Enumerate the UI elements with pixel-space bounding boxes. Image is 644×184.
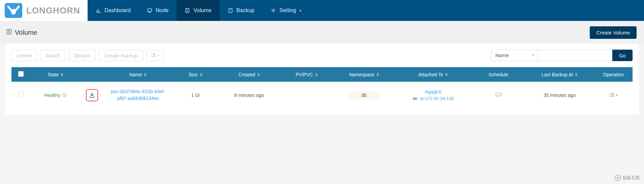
sort-icon	[575, 73, 578, 76]
page-title: Volume	[6, 29, 37, 36]
svg-point-9	[610, 93, 610, 94]
namespace-tag: db	[348, 91, 380, 99]
toolbar-right: Name Go	[491, 50, 633, 61]
last-backup-cell: 35 minutes ago	[525, 82, 594, 108]
col-schedule: Schedule	[471, 67, 525, 82]
sort-icon	[376, 73, 379, 76]
filter-field-select[interactable]: Name	[491, 50, 538, 61]
nav-backup[interactable]: Backup	[220, 0, 263, 21]
toolbar-left: Delete Attach Detach Create Backup ▾	[11, 50, 164, 61]
col-namespace[interactable]: Namespace	[334, 67, 395, 82]
warning-icon[interactable]: ⓘ	[62, 92, 67, 98]
attached-host[interactable]: on ip-172-31-24-118	[398, 96, 469, 101]
nav-node-label: Node	[156, 7, 168, 14]
created-cell: 8 minutes ago	[218, 82, 280, 108]
bar-chart-icon	[96, 8, 101, 13]
table-row: Healthy ⓘ pvc-0b37084c-815b-43ef-afd7-aa…	[11, 82, 633, 108]
logo-block[interactable]: LONGHORN	[0, 0, 88, 21]
nav-setting-label: Setting	[279, 7, 296, 14]
gear-icon	[271, 8, 276, 13]
row-checkbox[interactable]	[18, 92, 24, 97]
svg-point-10	[610, 95, 610, 95]
col-size[interactable]: Size	[173, 67, 219, 82]
brand-name: LONGHORN	[26, 5, 80, 16]
table-header: State Name Size Created PV/PVC Namespace…	[11, 67, 633, 82]
svg-point-5	[151, 53, 152, 54]
delete-button[interactable]: Delete	[11, 50, 37, 61]
sort-icon	[200, 73, 203, 76]
nav-setting[interactable]: Setting ▾	[263, 0, 309, 21]
monitor-icon	[147, 8, 152, 13]
create-volume-button[interactable]: Create Volume	[590, 26, 637, 39]
col-state[interactable]: State	[31, 67, 81, 82]
chevron-down-icon: ▾	[300, 9, 301, 12]
backup-icon	[228, 8, 233, 13]
filter-value-input[interactable]	[538, 50, 612, 61]
pvpvc-cell	[280, 82, 333, 108]
list-lines-icon	[609, 93, 615, 98]
download-icon[interactable]	[86, 89, 98, 101]
col-name[interactable]: Name	[103, 67, 173, 82]
detach-button[interactable]: Detach	[69, 50, 96, 61]
state-text: Healthy	[44, 93, 60, 98]
svg-point-6	[151, 55, 152, 55]
nav-volume-label: Volume	[193, 7, 211, 14]
filter-field-value: Name	[495, 52, 509, 58]
bulk-actions-dropdown[interactable]: ▾	[147, 50, 164, 61]
col-last-backup[interactable]: Last Backup At	[525, 67, 594, 82]
nav-dashboard-label: Dashboard	[104, 7, 131, 14]
svg-point-3	[273, 10, 274, 11]
content-card: Delete Attach Detach Create Backup ▾ Nam…	[5, 44, 639, 114]
nav-backup-label: Backup	[237, 7, 254, 14]
list-lines-icon	[151, 52, 156, 58]
list-icon	[6, 29, 12, 36]
svg-rect-2	[229, 8, 232, 12]
volume-table: State Name Size Created PV/PVC Namespace…	[11, 67, 633, 108]
svg-rect-0	[148, 9, 152, 11]
col-attached-to[interactable]: Attached To	[395, 67, 472, 82]
longhorn-logo-icon	[5, 3, 22, 18]
page-title-text: Volume	[15, 29, 37, 36]
page-header: Volume Create Volume	[0, 21, 644, 44]
svg-point-8	[496, 93, 501, 96]
col-created[interactable]: Created	[218, 67, 280, 82]
state-badge: Healthy ⓘ	[44, 92, 67, 98]
schedule-icon[interactable]	[494, 92, 503, 100]
toolbar: Delete Attach Detach Create Backup ▾ Nam…	[11, 50, 633, 61]
volume-icon	[185, 8, 190, 13]
sort-icon	[315, 73, 318, 76]
sort-icon	[61, 73, 63, 76]
svg-point-7	[151, 56, 152, 57]
svg-point-11	[610, 96, 610, 97]
sort-icon	[144, 73, 147, 76]
row-operations-menu[interactable]: ▾	[609, 93, 618, 98]
col-operation: Operation	[594, 67, 633, 82]
select-all-checkbox[interactable]	[18, 71, 24, 77]
top-nav: LONGHORN Dashboard Node Volume Backup Se…	[0, 0, 644, 21]
attached-pod-link[interactable]: mysql-0	[398, 89, 469, 95]
create-backup-button[interactable]: Create Backup	[99, 50, 143, 61]
size-cell: 1 Gi	[173, 82, 219, 108]
nav-dashboard[interactable]: Dashboard	[88, 0, 139, 21]
chevron-down-icon: ▾	[158, 54, 159, 57]
col-pvpvc[interactable]: PV/PVC	[280, 67, 333, 82]
nav-node[interactable]: Node	[139, 0, 177, 21]
chevron-down-icon: ▾	[616, 94, 618, 97]
nav-items: Dashboard Node Volume Backup Setting ▾	[88, 0, 309, 21]
go-button[interactable]: Go	[612, 50, 633, 61]
volume-name-link[interactable]: pvc-0b37084c-815b-43ef-afd7-aa56406134ec	[111, 89, 165, 101]
sort-icon	[445, 73, 448, 76]
nav-volume[interactable]: Volume	[177, 0, 219, 21]
sort-icon	[257, 73, 260, 76]
attach-button[interactable]: Attach	[40, 50, 65, 61]
